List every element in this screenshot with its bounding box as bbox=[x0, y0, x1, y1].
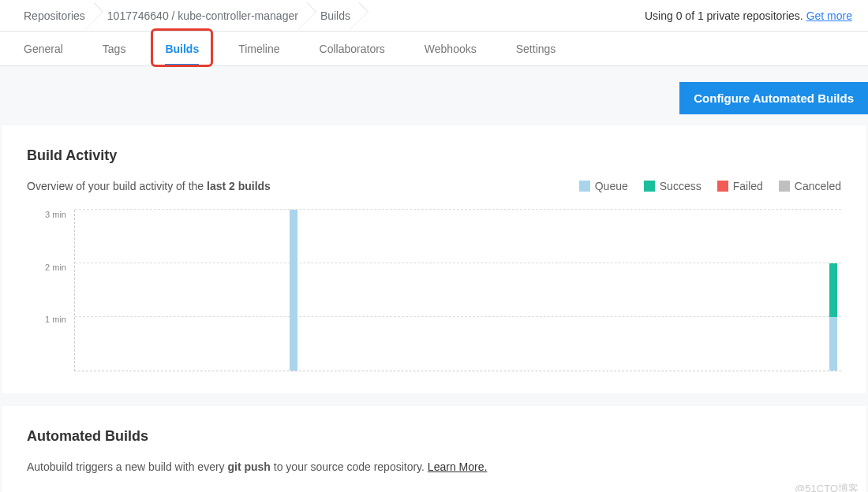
y-tick-1: 1 min bbox=[45, 315, 66, 324]
y-tick-2: 2 min bbox=[45, 263, 66, 272]
ab-suffix: to your source code repository. bbox=[271, 460, 428, 473]
overview-prefix: Overview of your build activity of the bbox=[27, 180, 207, 192]
chart-bar-segment-queue bbox=[829, 317, 837, 371]
chart-plot-area bbox=[74, 210, 841, 371]
action-row: Configure Automated Builds bbox=[0, 82, 868, 124]
automated-builds-title: Automated Builds bbox=[27, 428, 841, 445]
private-repo-status: Using 0 of 1 private repositories. Get m… bbox=[645, 9, 852, 22]
tabnav: General Tags Builds Timeline Collaborato… bbox=[0, 32, 868, 66]
get-more-link[interactable]: Get more bbox=[806, 9, 852, 22]
chart-y-axis: 3 min 2 min 1 min bbox=[27, 210, 74, 371]
chart-legend: Queue Success Failed Canceled bbox=[579, 180, 841, 192]
tab-collaborators[interactable]: Collaborators bbox=[320, 32, 385, 66]
private-repo-status-text: Using 0 of 1 private repositories. bbox=[645, 9, 806, 22]
automated-builds-text: Autobuild triggers a new build with ever… bbox=[27, 460, 841, 473]
legend-failed: Failed bbox=[717, 180, 763, 192]
chart-bar[interactable] bbox=[829, 210, 837, 371]
build-activity-panel: Build Activity Overview of your build ac… bbox=[2, 125, 866, 393]
overview-bold: last 2 builds bbox=[207, 180, 271, 192]
tab-settings[interactable]: Settings bbox=[516, 32, 556, 66]
chart-bar-segment-queue bbox=[290, 210, 297, 371]
chart-gridline bbox=[75, 209, 841, 210]
legend-canceled-label: Canceled bbox=[795, 180, 841, 192]
ab-prefix: Autobuild triggers a new build with ever… bbox=[27, 460, 227, 473]
tab-tags[interactable]: Tags bbox=[103, 32, 126, 66]
legend-success-label: Success bbox=[660, 180, 702, 192]
configure-automated-builds-button[interactable]: Configure Automated Builds bbox=[679, 82, 868, 114]
chart-bar[interactable] bbox=[290, 210, 297, 371]
tab-timeline[interactable]: Timeline bbox=[238, 32, 279, 66]
topbar: Repositories 1017746640 / kube-controlle… bbox=[0, 0, 868, 32]
legend-queue: Queue bbox=[579, 180, 628, 192]
chart-gridline bbox=[75, 263, 841, 263]
build-activity-chart: 3 min 2 min 1 min bbox=[27, 210, 841, 371]
legend-canceled-swatch bbox=[779, 181, 790, 192]
legend-queue-swatch bbox=[579, 181, 590, 192]
breadcrumbs: Repositories 1017746640 / kube-controlle… bbox=[16, 0, 361, 32]
build-activity-title: Build Activity bbox=[27, 147, 841, 164]
tab-builds[interactable]: Builds bbox=[165, 32, 199, 66]
ab-bold: git push bbox=[227, 460, 270, 473]
page-body: Configure Automated Builds Build Activit… bbox=[0, 66, 868, 492]
chart-gridline bbox=[75, 316, 841, 317]
legend-canceled: Canceled bbox=[779, 180, 841, 192]
legend-success: Success bbox=[644, 180, 702, 192]
legend-failed-label: Failed bbox=[733, 180, 763, 192]
y-tick-3: 3 min bbox=[45, 210, 66, 219]
legend-failed-swatch bbox=[717, 181, 728, 192]
learn-more-link[interactable]: Learn More. bbox=[428, 460, 487, 473]
build-activity-overview: Overview of your build activity of the l… bbox=[27, 180, 271, 192]
tab-general[interactable]: General bbox=[24, 32, 63, 66]
tab-webhooks[interactable]: Webhooks bbox=[425, 32, 477, 66]
chart-bar-segment-success bbox=[829, 263, 837, 317]
breadcrumb-page: Builds bbox=[312, 0, 361, 32]
breadcrumb-repositories[interactable]: Repositories bbox=[16, 0, 96, 32]
legend-success-swatch bbox=[644, 181, 655, 192]
breadcrumb-repo[interactable]: 1017746640 / kube-controller-manager bbox=[99, 0, 309, 32]
legend-queue-label: Queue bbox=[595, 180, 628, 192]
tab-builds-label: Builds bbox=[165, 43, 199, 55]
automated-builds-panel: Automated Builds Autobuild triggers a ne… bbox=[2, 406, 866, 492]
